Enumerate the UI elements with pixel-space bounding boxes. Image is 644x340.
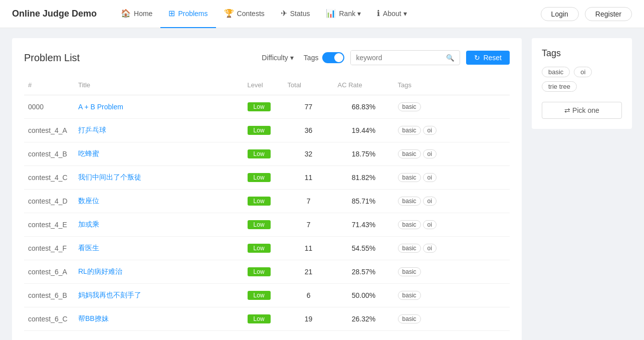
pick-one-button[interactable]: ⇄ Pick one bbox=[542, 102, 622, 119]
cell-title[interactable]: 看医生 bbox=[74, 237, 244, 260]
cell-level: Low bbox=[244, 95, 284, 119]
cell-acrate: 28.57% bbox=[334, 260, 394, 284]
cell-title[interactable]: 妈妈我再也不刻手了 bbox=[74, 284, 244, 307]
navbar: Online Judge Demo 🏠 Home ⊞ Problems 🏆 Co… bbox=[0, 0, 644, 28]
tags-toggle-wrap: Tags bbox=[304, 52, 345, 63]
nav-rank[interactable]: 📊 Rank ▾ bbox=[318, 0, 369, 28]
problem-table: # Title Level Total AC Rate Tags 0000 A … bbox=[24, 75, 510, 331]
cell-level: Low bbox=[244, 237, 284, 260]
navbar-auth: Login Register bbox=[541, 7, 632, 21]
cell-tags: basicoi bbox=[394, 213, 510, 237]
cell-id: contest_6_B bbox=[24, 284, 74, 307]
reset-button[interactable]: ↻ Reset bbox=[466, 51, 510, 65]
sidebar-tag-item[interactable]: trie tree bbox=[542, 81, 577, 92]
cell-total: 7 bbox=[284, 190, 334, 213]
rank-icon: 📊 bbox=[326, 9, 336, 18]
level-badge: Low bbox=[248, 267, 271, 276]
cell-title[interactable]: 打乒乓球 bbox=[74, 119, 244, 142]
nav-items: 🏠 Home ⊞ Problems 🏆 Contests ✈ Status 📊 … bbox=[113, 0, 541, 28]
cell-acrate: 85.71% bbox=[334, 190, 394, 213]
cell-title[interactable]: 数座位 bbox=[74, 190, 244, 213]
cell-total: 36 bbox=[284, 119, 334, 142]
nav-about-label: About ▾ bbox=[383, 10, 406, 18]
cell-tags: basicoi bbox=[394, 190, 510, 213]
col-header-total: Total bbox=[284, 75, 334, 95]
cell-level: Low bbox=[244, 142, 284, 166]
col-header-acrate: AC Rate bbox=[334, 75, 394, 95]
tag-badge: oi bbox=[423, 244, 437, 253]
nav-status[interactable]: ✈ Status bbox=[273, 0, 318, 28]
level-badge: Low bbox=[248, 173, 271, 182]
register-button[interactable]: Register bbox=[585, 7, 632, 21]
cell-level: Low bbox=[244, 260, 284, 284]
search-button[interactable]: 🔍 bbox=[441, 51, 460, 65]
cell-title[interactable]: 吃蜂蜜 bbox=[74, 142, 244, 166]
table-row: contest_4_D 数座位 Low 7 85.71% basicoi bbox=[24, 190, 510, 213]
table-row: contest_4_E 加或乘 Low 7 71.43% basicoi bbox=[24, 213, 510, 237]
tag-badge: basic bbox=[398, 314, 421, 323]
tag-badge: basic bbox=[398, 267, 421, 276]
nav-status-label: Status bbox=[290, 10, 310, 18]
cell-level: Low bbox=[244, 119, 284, 142]
reset-icon: ↻ bbox=[474, 54, 480, 62]
tag-badge: basic bbox=[398, 197, 421, 206]
level-badge: Low bbox=[248, 244, 271, 253]
cell-tags: basicoi bbox=[394, 142, 510, 166]
table-row: contest_4_F 看医生 Low 11 54.55% basicoi bbox=[24, 237, 510, 260]
table-row: contest_6_C 帮BB撩妹 Low 19 26.32% basic bbox=[24, 307, 510, 331]
cell-tags: basic bbox=[394, 307, 510, 331]
cell-title[interactable]: 加或乘 bbox=[74, 213, 244, 237]
tag-list: basicoitrie tree bbox=[542, 67, 622, 92]
status-icon: ✈ bbox=[281, 9, 287, 18]
cell-level: Low bbox=[244, 213, 284, 237]
cell-total: 11 bbox=[284, 237, 334, 260]
nav-home-label: Home bbox=[134, 10, 152, 18]
tag-badge: basic bbox=[398, 173, 421, 182]
table-row: 0000 A + B Problem Low 77 68.83% basic bbox=[24, 95, 510, 119]
tags-toggle[interactable] bbox=[322, 52, 344, 63]
cell-tags: basic bbox=[394, 95, 510, 119]
sidebar-tag-item[interactable]: basic bbox=[542, 67, 570, 77]
tag-badge: basic bbox=[398, 102, 421, 111]
difficulty-label: Difficulty bbox=[262, 54, 288, 62]
sidebar-tag-item[interactable]: oi bbox=[574, 67, 592, 77]
cell-id: contest_6_C bbox=[24, 307, 74, 331]
tags-sidebar-title: Tags bbox=[542, 48, 622, 59]
pagination: ‹ 1 2 3 4 › bbox=[24, 331, 510, 340]
table-row: contest_4_B 吃蜂蜜 Low 32 18.75% basicoi bbox=[24, 142, 510, 166]
difficulty-button[interactable]: Difficulty ▾ bbox=[258, 52, 298, 64]
nav-about[interactable]: ℹ About ▾ bbox=[369, 0, 414, 28]
cell-level: Low bbox=[244, 307, 284, 331]
cell-title[interactable]: A + B Problem bbox=[74, 95, 244, 119]
main-container: Problem List Difficulty ▾ Tags 🔍 ↻ Reset bbox=[0, 28, 644, 340]
col-header-level: Level bbox=[244, 75, 284, 95]
cell-acrate: 54.55% bbox=[334, 237, 394, 260]
nav-home[interactable]: 🏠 Home bbox=[113, 0, 160, 28]
level-badge: Low bbox=[248, 314, 271, 323]
level-badge: Low bbox=[248, 291, 271, 300]
tag-badge: basic bbox=[398, 220, 421, 229]
level-badge: Low bbox=[248, 102, 271, 111]
cell-level: Low bbox=[244, 166, 284, 190]
about-icon: ℹ bbox=[377, 9, 380, 18]
cell-title[interactable]: RL的病好难治 bbox=[74, 260, 244, 284]
tag-badge: basic bbox=[398, 126, 421, 135]
col-header-id: # bbox=[24, 75, 74, 95]
nav-contests-label: Contests bbox=[237, 10, 265, 18]
cell-total: 77 bbox=[284, 95, 334, 119]
card-header: Problem List Difficulty ▾ Tags 🔍 ↻ Reset bbox=[24, 50, 510, 65]
cell-tags: basic bbox=[394, 260, 510, 284]
cell-id: 0000 bbox=[24, 95, 74, 119]
cell-level: Low bbox=[244, 284, 284, 307]
nav-contests[interactable]: 🏆 Contests bbox=[216, 0, 273, 28]
nav-problems[interactable]: ⊞ Problems bbox=[160, 0, 216, 28]
cell-total: 32 bbox=[284, 142, 334, 166]
cell-title[interactable]: 我们中间出了个叛徒 bbox=[74, 166, 244, 190]
search-input[interactable] bbox=[351, 51, 441, 65]
cell-title[interactable]: 帮BB撩妹 bbox=[74, 307, 244, 331]
problem-list-card: Problem List Difficulty ▾ Tags 🔍 ↻ Reset bbox=[12, 38, 522, 340]
cell-acrate: 68.83% bbox=[334, 95, 394, 119]
cell-id: contest_6_A bbox=[24, 260, 74, 284]
cell-tags: basic bbox=[394, 284, 510, 307]
login-button[interactable]: Login bbox=[541, 7, 579, 21]
